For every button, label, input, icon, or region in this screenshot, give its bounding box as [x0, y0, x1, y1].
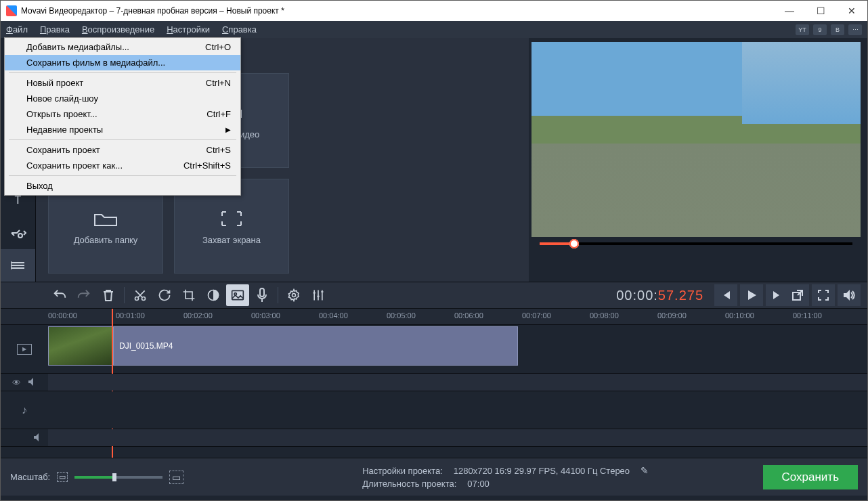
project-settings-label: Настройки проекта:: [362, 466, 443, 476]
ruler-tick: 00:09:00: [657, 311, 687, 320]
ruler-tick: 00:04:00: [319, 311, 348, 320]
menu-item[interactable]: Выход: [5, 178, 240, 194]
svg-point-5: [11, 265, 12, 266]
save-button[interactable]: Сохранить: [763, 465, 858, 489]
redo-button[interactable]: [72, 284, 95, 306]
svg-rect-15: [260, 288, 264, 297]
menu-item[interactable]: Сохранить фильм в медиафайл...: [5, 55, 240, 70]
sidebar-more-icon[interactable]: [1, 249, 35, 282]
menu-item[interactable]: Добавить медиафайлы...Ctrl+O: [5, 39, 240, 55]
svg-point-4: [11, 262, 12, 263]
titlebar: Movavi Видеоредактор – 7-дневная пробная…: [1, 1, 867, 21]
app-icon: [6, 5, 17, 16]
window-title: Movavi Видеоредактор – 7-дневная пробная…: [21, 6, 774, 16]
film-icon-large: ▭: [169, 471, 183, 484]
undo-button[interactable]: [48, 284, 71, 306]
preview-video[interactable]: [531, 42, 861, 237]
equalizer-button[interactable]: [307, 284, 330, 306]
close-button[interactable]: ✕: [836, 1, 867, 21]
menu-help[interactable]: Справка: [222, 22, 257, 37]
delete-button[interactable]: [97, 284, 120, 306]
social-vk-icon[interactable]: B: [831, 24, 844, 35]
ruler-tick: 00:03:00: [251, 311, 280, 320]
maximize-button[interactable]: ☐: [805, 1, 836, 21]
cut-button[interactable]: [129, 284, 152, 306]
ruler-tick: 00:07:00: [522, 311, 551, 320]
microphone-button[interactable]: [251, 284, 274, 306]
menu-playback[interactable]: Воспроизведение: [82, 22, 154, 37]
timeline-clip[interactable]: DJI_0015.MP4: [48, 326, 518, 366]
svg-rect-13: [232, 290, 244, 299]
popout-button[interactable]: [786, 284, 809, 306]
ruler-tick: 00:10:00: [725, 311, 754, 320]
fullscreen-button[interactable]: [812, 284, 835, 306]
volume-button[interactable]: [838, 284, 861, 306]
color-adjust-button[interactable]: [202, 284, 225, 306]
zoom-label: Масштаб:: [10, 472, 50, 482]
play-button[interactable]: [740, 284, 763, 306]
zoom-thumb[interactable]: [112, 473, 116, 481]
status-bar: Масштаб: ▭ ▭ Настройки проекта: 1280x720…: [1, 458, 867, 496]
menu-file[interactable]: Файл: [6, 22, 28, 37]
capture-icon: [218, 208, 245, 230]
ruler-tick: 00:08:00: [590, 311, 619, 320]
menu-edit[interactable]: Правка: [40, 22, 70, 37]
audio-track: ♪: [1, 391, 867, 429]
social-youtube-icon[interactable]: YT: [796, 24, 809, 35]
video-track: ▶ DJI_0015.MP4: [1, 325, 867, 374]
ruler-tick: 00:02:00: [183, 311, 213, 320]
timecode: 00:00:57.275: [616, 287, 714, 303]
editor-toolbar: 00:00:57.275: [1, 282, 867, 309]
time-ruler[interactable]: 00:00:0000:01:0000:02:0000:03:0000:04:00…: [1, 309, 867, 325]
menu-item[interactable]: Новый проектCtrl+N: [5, 75, 240, 91]
clip-label: DJI_0015.MP4: [119, 341, 173, 351]
visibility-icon[interactable]: 👁: [12, 378, 21, 388]
video-track-controls: 👁: [1, 374, 867, 391]
sidebar-transitions-icon[interactable]: [1, 217, 35, 249]
svg-point-0: [18, 234, 22, 238]
menu-settings[interactable]: Настройки: [167, 22, 210, 37]
file-dropdown: Добавить медиафайлы...Ctrl+OСохранить фи…: [4, 37, 241, 196]
social-ok-icon[interactable]: 9: [813, 24, 827, 35]
preview-seekbar[interactable]: [531, 237, 861, 250]
rotate-button[interactable]: [153, 284, 176, 306]
project-duration-label: Длительность проекта:: [362, 479, 456, 489]
mute-icon[interactable]: [28, 376, 37, 389]
pencil-icon[interactable]: ✎: [641, 465, 649, 476]
image-properties-button[interactable]: [226, 284, 249, 306]
video-track-icon: ▶: [17, 344, 32, 355]
audio-mute-icon[interactable]: [33, 432, 43, 444]
menubar: Файл Правка Воспроизведение Настройки Сп…: [1, 21, 867, 38]
preview-panel: [529, 38, 867, 282]
next-frame-button[interactable]: [766, 284, 789, 306]
ruler-tick: 00:11:00: [793, 311, 822, 320]
project-settings-value: 1280x720 16:9 29.97 FPS, 44100 Гц Стерео: [454, 466, 630, 476]
svg-point-6: [11, 267, 12, 269]
prev-frame-button[interactable]: [714, 284, 737, 306]
clip-thumbnail: [49, 327, 114, 365]
ruler-tick: 00:05:00: [387, 311, 416, 320]
folder-icon: [92, 208, 119, 230]
zoom-slider[interactable]: [74, 476, 162, 479]
menu-item[interactable]: Недавние проекты▶: [5, 122, 240, 137]
minimize-button[interactable]: —: [774, 1, 805, 21]
menu-item[interactable]: Новое слайд-шоу: [5, 91, 240, 106]
audio-track-controls: [1, 429, 867, 447]
svg-point-16: [292, 294, 296, 297]
menu-item[interactable]: Сохранить проектCtrl+S: [5, 142, 240, 158]
ruler-tick: 00:00:00: [48, 311, 77, 320]
film-icon-small: ▭: [57, 472, 68, 482]
crop-button[interactable]: [177, 284, 200, 306]
timeline: ▶ DJI_0015.MP4 👁 ♪: [1, 325, 867, 458]
social-more-icon[interactable]: ⋯: [848, 24, 862, 35]
seek-thumb[interactable]: [569, 239, 579, 248]
menu-item[interactable]: Сохранить проект как...Ctrl+Shift+S: [5, 158, 240, 173]
settings-gear-button[interactable]: [282, 284, 305, 306]
ruler-tick: 00:01:00: [116, 311, 145, 320]
menu-item[interactable]: Открыть проект...Ctrl+F: [5, 106, 240, 122]
project-duration-value: 07:00: [467, 479, 490, 489]
ruler-tick: 00:06:00: [454, 311, 483, 320]
music-note-icon: ♪: [22, 404, 27, 416]
